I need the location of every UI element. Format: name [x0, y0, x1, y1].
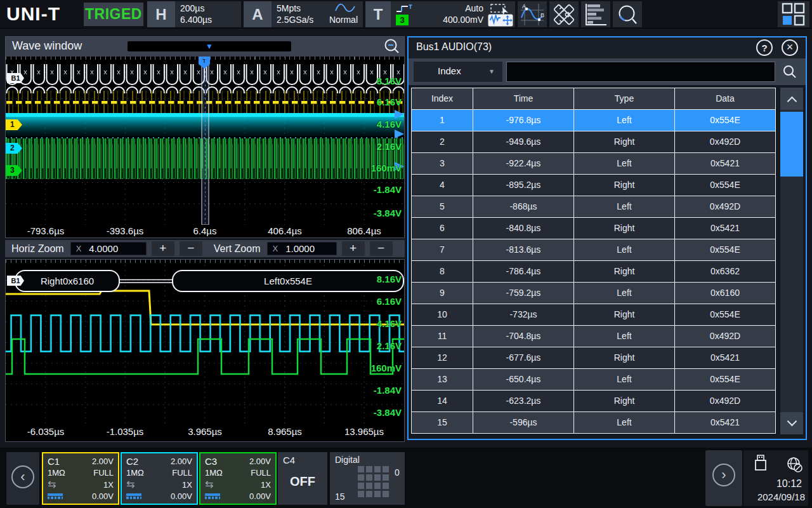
trigger-block[interactable]: T 3 Auto 400.00mV: [365, 1, 488, 27]
time-label: -6.035µs: [27, 426, 65, 437]
volt-label: 8.16V: [377, 274, 402, 284]
system-status-block[interactable]: 10:12 2024/09/18: [743, 450, 808, 506]
channel-probe: 1X: [261, 480, 271, 490]
vert-zoom-minus-button[interactable]: −: [370, 241, 393, 256]
bus-panel-titlebar: Bus1 AUDIO(73) ? ×: [409, 37, 806, 58]
channel-probe: 1X: [182, 480, 192, 490]
trigger-letter: T: [365, 1, 391, 27]
search-button[interactable]: [778, 62, 802, 82]
channel2-card[interactable]: C22.00V 1MΩFULL ⇆1X 0.00V: [121, 452, 198, 505]
zoom-waveform-plot[interactable]: Right0x6160 Left0x554E B1 8.16V 6.16V 4.…: [6, 260, 404, 425]
rulers-icon: [551, 3, 577, 27]
select-move-tool-button[interactable]: [486, 1, 515, 27]
time-label: -393.6µs: [107, 225, 144, 236]
channel-offset: 0.00V: [171, 491, 192, 501]
time-label: 8.965µs: [268, 426, 302, 437]
channel-scale: 2.00V: [249, 457, 271, 466]
channel-impedance: 1MΩ: [48, 468, 65, 478]
cursor-measure-tool-button[interactable]: AB: [518, 1, 547, 27]
channel-name: C4: [283, 455, 322, 465]
horizontal-block[interactable]: H 200µs 6.400µs: [147, 1, 241, 27]
volt-label: 8.16V: [377, 76, 402, 86]
oscilloscope-screen: UNI-T TRIGED H 200µs 6.400µs A 5Mpts 2.5…: [0, 0, 812, 508]
cursor-ab-icon: AB: [520, 3, 545, 27]
offset-ground-icon: [126, 493, 141, 499]
digital-channel-grid-icon: [358, 466, 389, 497]
bus1-badge[interactable]: B1: [7, 276, 24, 286]
prev-page-button[interactable]: ‹: [6, 452, 39, 505]
volt-label: 4.16V: [377, 318, 402, 329]
digital-last-channel: 15: [335, 491, 345, 502]
vert-zoom-value-box[interactable]: X 1.0000: [267, 242, 337, 255]
channel4-card[interactable]: C4 OFF: [278, 452, 327, 505]
wave-position-slider[interactable]: ▼: [128, 41, 291, 51]
trigger-source-badge: 3: [396, 15, 409, 25]
bus1-badge[interactable]: B1: [7, 73, 24, 83]
volt-label: -3.84V: [374, 208, 402, 218]
sine-wave-icon: [335, 3, 357, 14]
zoom-out-button[interactable]: [384, 38, 400, 55]
slider-marker-icon[interactable]: ▼: [206, 42, 213, 51]
statistics-tool-button[interactable]: [581, 1, 610, 27]
volt-label: 160mV: [371, 163, 402, 173]
close-button[interactable]: ×: [782, 39, 798, 56]
horiz-zoom-plus-button[interactable]: +: [152, 241, 174, 256]
time-ruler-ticks: [6, 260, 404, 263]
system-date: 2024/09/18: [757, 491, 805, 502]
digital-channels-card[interactable]: Digital 0 15: [330, 452, 405, 505]
top-status-bar: UNI-T TRIGED H 200µs 6.400µs A 5Mpts 2.5…: [0, 0, 812, 29]
wave-window: Wave window ▼ x: [5, 36, 405, 238]
volt-label: 6.16V: [377, 97, 402, 107]
window-layout-button[interactable]: [778, 1, 809, 27]
channel-impedance: 1MΩ: [205, 468, 223, 478]
offset-ground-icon: [48, 493, 63, 499]
help-button[interactable]: ?: [756, 39, 773, 56]
offset-ground-icon: [205, 493, 220, 499]
channel1-card[interactable]: C12.00V 1MΩFULL ⇆1X 0.00V: [42, 452, 119, 505]
search-input[interactable]: [506, 62, 775, 82]
bus-panel-searchbar: Index ▼: [409, 58, 806, 85]
horiz-zoom-value: 4.0000: [89, 243, 118, 254]
table-scrollbar[interactable]: [780, 88, 803, 434]
scroll-down-button[interactable]: [780, 412, 803, 434]
brand-logo: UNI-T: [6, 3, 60, 25]
volt-label: 6.16V: [377, 296, 402, 307]
search-tool-button[interactable]: [613, 1, 642, 27]
channel-name: C1: [48, 456, 60, 467]
scroll-up-button[interactable]: [780, 88, 803, 110]
volt-label: -3.84V: [374, 407, 402, 418]
horizontal-delay-value: 6.400µs: [180, 15, 212, 25]
channel-name: C2: [126, 456, 138, 467]
col-header[interactable]: Index: [412, 88, 473, 109]
time-label: 806.4µs: [347, 225, 381, 236]
svg-text:B: B: [540, 12, 544, 18]
svg-text:A: A: [522, 3, 526, 10]
channel-bandwidth: FULL: [93, 468, 114, 478]
col-header[interactable]: Type: [574, 88, 674, 109]
channel-offset: 0.00V: [92, 491, 114, 501]
main-waveform-plot[interactable]: x: [6, 57, 404, 225]
filter-field-dropdown[interactable]: Index ▼: [414, 62, 502, 82]
col-header[interactable]: Time: [473, 88, 573, 109]
main-time-axis: -793.6µs -393.6µs 6.4µs 406.4µs 806.4µs: [6, 225, 404, 237]
next-page-button[interactable]: ›: [705, 450, 742, 506]
trigger-status-badge: TRIGED: [84, 3, 143, 26]
horiz-zoom-value-box[interactable]: X 4.0000: [70, 242, 147, 255]
zoom-toolbar: Horiz Zoom X 4.0000 + − Vert Zoom X 1.00…: [5, 240, 405, 257]
scrollbar-thumb[interactable]: [780, 112, 803, 177]
vert-zoom-plus-button[interactable]: +: [342, 241, 365, 256]
acquire-block[interactable]: A 5Mpts 2.5GSa/s Normal: [244, 1, 363, 27]
channel3-card[interactable]: C32.00V 1MΩFULL ⇆1X 0.00V: [199, 452, 277, 505]
channel-bandwidth: FULL: [251, 468, 271, 478]
chevron-right-icon: ›: [712, 464, 735, 486]
trigger-level-value: 400.00mV: [443, 15, 483, 25]
col-header[interactable]: Data: [675, 88, 775, 109]
acquire-letter: A: [244, 1, 272, 27]
volt-label: 4.16V: [377, 119, 402, 130]
zoom-waveform-graphic: Right0x6160 Left0x554E: [6, 260, 404, 425]
channel-scale: 2.00V: [171, 457, 192, 466]
measure-tool-button[interactable]: [549, 1, 579, 27]
horiz-zoom-minus-button[interactable]: −: [180, 241, 202, 256]
wave-window-header: Wave window ▼: [6, 37, 404, 57]
coupling-icon: ⇆: [126, 480, 134, 489]
